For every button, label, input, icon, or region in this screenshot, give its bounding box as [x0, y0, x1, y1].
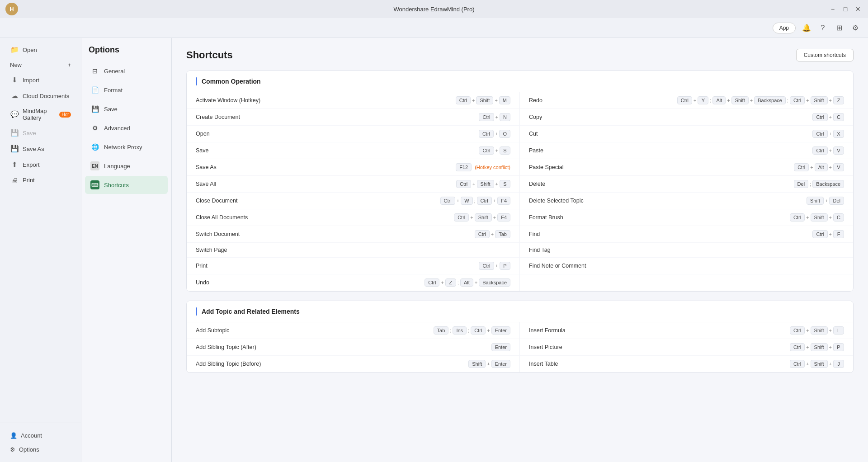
grid-icon[interactable]: ⊞	[834, 23, 844, 33]
shortcut-save-as: Save As F12 (Hotkey conflict)	[187, 159, 520, 176]
shortcut-find-tag: Find Tag	[520, 243, 853, 258]
content-header: Shortcuts Custom shortcuts	[186, 49, 854, 61]
shortcut-cut: Cut Ctrl+X	[520, 126, 853, 142]
titlebar: H Wondershare EdrawMind (Pro) − □ ✕	[0, 0, 868, 18]
plus-icon: +	[67, 61, 71, 68]
sidebar-item-import[interactable]: ⬇ Import	[3, 72, 78, 88]
option-network-proxy[interactable]: 🌐 Network Proxy	[85, 138, 168, 156]
network-icon: 🌐	[90, 142, 99, 151]
shortcut-delete-selected: Delete Selected Topic Shift+Del	[520, 193, 853, 209]
shortcut-close-document: Close Document Ctrl+W ; Ctrl+F4	[187, 193, 520, 209]
section-title-add-topic: Add Topic and Related Elements	[202, 308, 300, 315]
option-language[interactable]: EN Language	[85, 157, 168, 175]
language-icon: EN	[90, 161, 99, 170]
export-icon: ⬆	[10, 160, 19, 169]
help-icon[interactable]: ?	[817, 23, 828, 33]
close-button[interactable]: ✕	[854, 5, 863, 14]
shortcut-paste: Paste Ctrl+V	[520, 142, 853, 159]
mindmap-icon: 💬	[10, 110, 19, 118]
sidebar-item-open[interactable]: 📁 Open	[3, 42, 78, 57]
shortcut-insert-table: Insert Table Ctrl+Shift+J	[520, 356, 853, 372]
import-icon: ⬇	[10, 76, 19, 84]
shortcut-insert-formula: Insert Formula Ctrl+Shift+L	[520, 322, 853, 339]
shortcut-find-note: Find Note or Comment	[520, 258, 853, 274]
common-shortcuts-grid: Activate Window (Hotkey) Ctrl+Shift+M Re…	[187, 92, 853, 291]
option-general[interactable]: ⊟ General	[85, 62, 168, 80]
options-icon: ⚙	[10, 446, 15, 453]
options-title: Options	[85, 45, 168, 55]
settings-icon[interactable]: ⚙	[850, 23, 861, 33]
hot-badge: Hot	[59, 112, 71, 118]
shortcut-empty-right	[520, 274, 853, 291]
shortcut-close-all: Close All Documents Ctrl+Shift+F4	[187, 209, 520, 226]
save-icon: 💾	[10, 129, 19, 137]
section-title-common: Common Operation	[202, 78, 261, 85]
sidebar-item-export[interactable]: ⬆ Export	[3, 157, 78, 172]
bell-icon[interactable]: 🔔	[801, 23, 812, 33]
custom-shortcuts-button[interactable]: Custom shortcuts	[796, 49, 854, 61]
shortcut-copy: Copy Ctrl+C	[520, 109, 853, 126]
left-sidebar: 📁 Open New + ⬇ Import ☁ Cloud Documents …	[0, 38, 81, 462]
section-bar	[196, 77, 197, 85]
shortcut-print: Print Ctrl+P	[187, 258, 520, 274]
app-button[interactable]: App	[773, 23, 796, 33]
main-layout: 📁 Open New + ⬇ Import ☁ Cloud Documents …	[0, 38, 868, 462]
shortcut-redo: Redo Ctrl+Y ; Alt+Shift+Backspace ; Ctrl…	[520, 92, 853, 109]
shortcut-delete: Delete Del;Backspace	[520, 176, 853, 193]
shortcut-activate-window: Activate Window (Hotkey) Ctrl+Shift+M	[187, 92, 520, 109]
shortcut-undo: Undo Ctrl+Z ; Alt+Backspace	[187, 274, 520, 291]
shortcut-find: Find Ctrl+F	[520, 226, 853, 243]
shortcut-save: Save Ctrl+S	[187, 142, 520, 159]
option-format[interactable]: 📄 Format	[85, 81, 168, 99]
folder-icon: 📁	[10, 46, 19, 54]
titlebar-controls: − □ ✕	[828, 5, 863, 14]
option-save[interactable]: 💾 Save	[85, 100, 168, 118]
advanced-icon: ⚙	[90, 123, 99, 132]
hotkey-conflict: (Hotkey conflict)	[475, 165, 510, 170]
maximize-button[interactable]: □	[841, 5, 850, 14]
section-header-add-topic: Add Topic and Related Elements	[187, 301, 853, 322]
shortcut-add-sibling-before: Add Sibling Topic (Before) Shift+Enter	[187, 356, 520, 372]
option-shortcuts[interactable]: ⌨ Shortcuts	[85, 176, 168, 194]
titlebar-title: Wondershare EdrawMind (Pro)	[394, 6, 475, 13]
save-as-icon: 💾	[10, 145, 19, 153]
format-icon: 📄	[90, 85, 99, 94]
shortcut-format-brush: Format Brush Ctrl+Shift+C	[520, 209, 853, 226]
sidebar-item-cloud[interactable]: ☁ Cloud Documents	[3, 88, 78, 104]
common-operation-section: Common Operation Activate Window (Hotkey…	[186, 71, 854, 292]
sidebar-item-mindmap[interactable]: 💬 MindMap Gallery Hot	[3, 104, 78, 125]
shortcut-insert-picture: Insert Picture Ctrl+Shift+P	[520, 339, 853, 356]
shortcut-add-subtopic: Add Subtopic Tab ; Ins ; Ctrl+Enter	[187, 322, 520, 339]
topbar: App 🔔 ? ⊞ ⚙	[0, 18, 868, 38]
options-item[interactable]: ⚙ Options	[5, 443, 75, 457]
print-icon: 🖨	[10, 176, 19, 184]
add-topic-shortcuts-grid: Add Subtopic Tab ; Ins ; Ctrl+Enter Inse…	[187, 322, 853, 372]
section-bar-2	[196, 307, 197, 316]
shortcuts-icon: ⌨	[90, 180, 99, 189]
account-icon: 👤	[10, 432, 17, 439]
shortcut-open: Open Ctrl+O	[187, 126, 520, 142]
shortcut-create-document: Create Document Ctrl+N	[187, 109, 520, 126]
shortcut-add-sibling-after: Add Sibling Topic (After) Enter	[187, 339, 520, 356]
section-header-common: Common Operation	[187, 71, 853, 92]
add-topic-section: Add Topic and Related Elements Add Subto…	[186, 301, 854, 373]
minimize-button[interactable]: −	[828, 5, 837, 14]
sidebar-item-save[interactable]: 💾 Save	[3, 125, 78, 141]
shortcut-paste-special: Paste Special Ctrl+Alt+V	[520, 159, 853, 176]
sidebar-item-print[interactable]: 🖨 Print	[3, 173, 78, 188]
option-advanced[interactable]: ⚙ Advanced	[85, 119, 168, 137]
shortcut-save-all: Save All Ctrl+Shift+S	[187, 176, 520, 193]
sidebar-footer: 👤 Account ⚙ Options	[0, 423, 81, 462]
titlebar-avatar: H	[5, 3, 18, 15]
save-option-icon: 💾	[90, 104, 99, 113]
cloud-icon: ☁	[10, 92, 19, 100]
sidebar-nav: 📁 Open New + ⬇ Import ☁ Cloud Documents …	[0, 38, 81, 423]
general-icon: ⊟	[90, 66, 99, 75]
options-sidebar: Options ⊟ General 📄 Format 💾 Save ⚙ Adva…	[81, 38, 172, 462]
content-area: Shortcuts Custom shortcuts Common Operat…	[172, 38, 868, 462]
shortcut-switch-page: Switch Page	[187, 243, 520, 258]
sidebar-item-save-as[interactable]: 💾 Save As	[3, 141, 78, 156]
sidebar-item-new[interactable]: New +	[3, 58, 78, 72]
shortcut-switch-document: Switch Document Ctrl+Tab	[187, 226, 520, 243]
account-item[interactable]: 👤 Account	[5, 429, 75, 443]
